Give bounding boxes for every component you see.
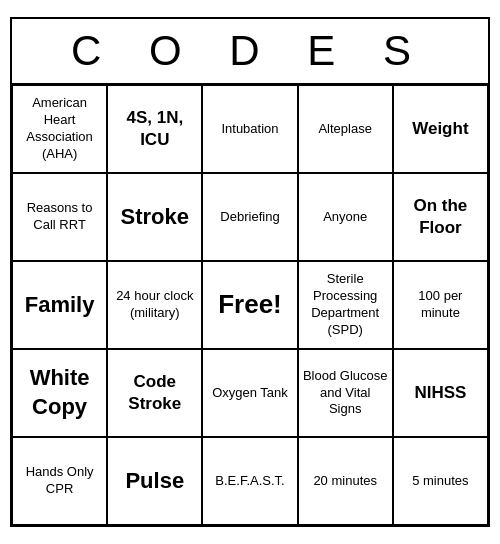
bingo-title: C O D E S: [12, 19, 488, 85]
bingo-cell-13: Sterile Processing Department (SPD): [298, 261, 393, 349]
bingo-cell-16: Code Stroke: [107, 349, 202, 437]
bingo-cell-12: Free!: [202, 261, 297, 349]
bingo-cell-6: Stroke: [107, 173, 202, 261]
bingo-card: C O D E S American Heart Association (AH…: [10, 17, 490, 527]
bingo-cell-23: 20 minutes: [298, 437, 393, 525]
bingo-cell-18: Blood Glucose and Vital Signs: [298, 349, 393, 437]
bingo-cell-10: Family: [12, 261, 107, 349]
bingo-grid: American Heart Association (AHA)4S, 1N, …: [12, 85, 488, 525]
bingo-cell-20: Hands Only CPR: [12, 437, 107, 525]
bingo-cell-2: Intubation: [202, 85, 297, 173]
bingo-cell-3: Alteplase: [298, 85, 393, 173]
bingo-cell-7: Debriefing: [202, 173, 297, 261]
bingo-cell-0: American Heart Association (AHA): [12, 85, 107, 173]
bingo-cell-11: 24 hour clock (military): [107, 261, 202, 349]
bingo-cell-1: 4S, 1N, ICU: [107, 85, 202, 173]
bingo-cell-19: NIHSS: [393, 349, 488, 437]
bingo-cell-4: Weight: [393, 85, 488, 173]
bingo-cell-15: White Copy: [12, 349, 107, 437]
bingo-cell-22: B.E.F.A.S.T.: [202, 437, 297, 525]
bingo-cell-14: 100 per minute: [393, 261, 488, 349]
bingo-cell-17: Oxygen Tank: [202, 349, 297, 437]
bingo-cell-21: Pulse: [107, 437, 202, 525]
bingo-cell-24: 5 minutes: [393, 437, 488, 525]
bingo-cell-5: Reasons to Call RRT: [12, 173, 107, 261]
bingo-cell-9: On the Floor: [393, 173, 488, 261]
bingo-cell-8: Anyone: [298, 173, 393, 261]
